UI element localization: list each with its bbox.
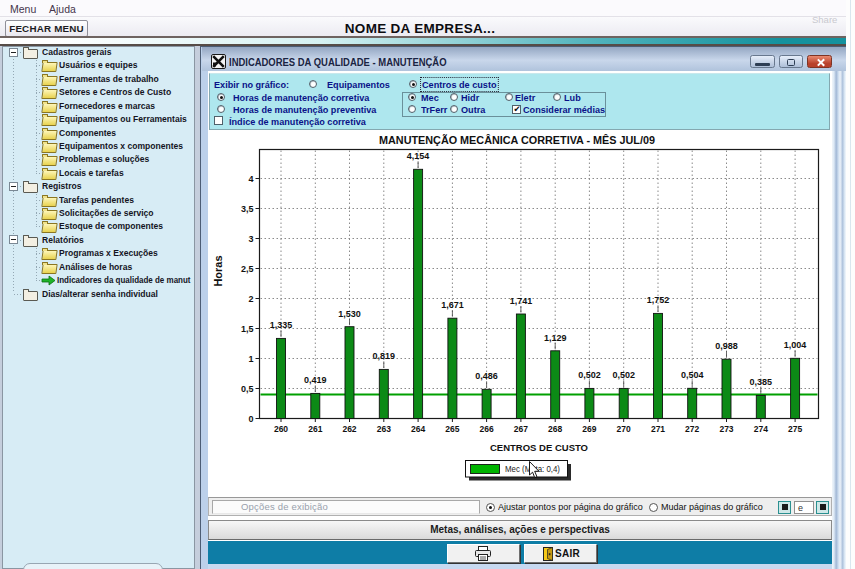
- svg-text:275: 275: [788, 424, 802, 434]
- svg-text:4,154: 4,154: [407, 151, 430, 161]
- svg-text:3,5: 3,5: [241, 204, 254, 214]
- svg-text:0,419: 0,419: [304, 375, 327, 385]
- svg-text:266: 266: [480, 424, 494, 434]
- svg-text:1,004: 1,004: [784, 340, 807, 350]
- svg-text:1,129: 1,129: [544, 333, 567, 343]
- svg-text:273: 273: [719, 424, 733, 434]
- svg-text:0,819: 0,819: [373, 351, 396, 361]
- svg-text:0: 0: [248, 414, 253, 424]
- svg-text:1: 1: [248, 354, 253, 364]
- svg-text:261: 261: [308, 424, 322, 434]
- svg-text:0,385: 0,385: [750, 377, 773, 387]
- svg-text:264: 264: [411, 424, 425, 434]
- svg-text:0,988: 0,988: [715, 341, 738, 351]
- svg-text:0,502: 0,502: [612, 370, 635, 380]
- svg-text:270: 270: [617, 424, 631, 434]
- svg-text:1,5: 1,5: [241, 324, 254, 334]
- svg-text:262: 262: [342, 424, 356, 434]
- svg-text:265: 265: [445, 424, 459, 434]
- svg-text:Horas: Horas: [212, 255, 224, 286]
- svg-text:1,530: 1,530: [338, 309, 361, 319]
- svg-text:2: 2: [248, 294, 253, 304]
- svg-text:0,486: 0,486: [475, 371, 498, 381]
- svg-text:274: 274: [754, 424, 768, 434]
- svg-text:269: 269: [582, 424, 596, 434]
- svg-text:0,502: 0,502: [578, 370, 601, 380]
- svg-text:4: 4: [248, 174, 253, 184]
- svg-text:1,335: 1,335: [270, 320, 293, 330]
- svg-text:CENTROS DE CUSTO: CENTROS DE CUSTO: [490, 442, 588, 453]
- svg-text:0,5: 0,5: [241, 384, 254, 394]
- svg-text:272: 272: [685, 424, 699, 434]
- svg-text:2,5: 2,5: [241, 264, 254, 274]
- svg-text:0,504: 0,504: [681, 370, 704, 380]
- svg-text:267: 267: [514, 424, 528, 434]
- svg-text:1,671: 1,671: [441, 300, 464, 310]
- svg-text:268: 268: [548, 424, 562, 434]
- svg-text:260: 260: [274, 424, 288, 434]
- svg-text:1,741: 1,741: [510, 296, 533, 306]
- svg-text:271: 271: [651, 424, 665, 434]
- svg-text:3: 3: [248, 234, 253, 244]
- svg-text:MANUTENÇÃO MECÂNICA CORRETIVA: MANUTENÇÃO MECÂNICA CORRETIVA - MÊS JUL/…: [379, 134, 655, 146]
- svg-text:1,752: 1,752: [647, 295, 670, 305]
- svg-text:263: 263: [377, 424, 391, 434]
